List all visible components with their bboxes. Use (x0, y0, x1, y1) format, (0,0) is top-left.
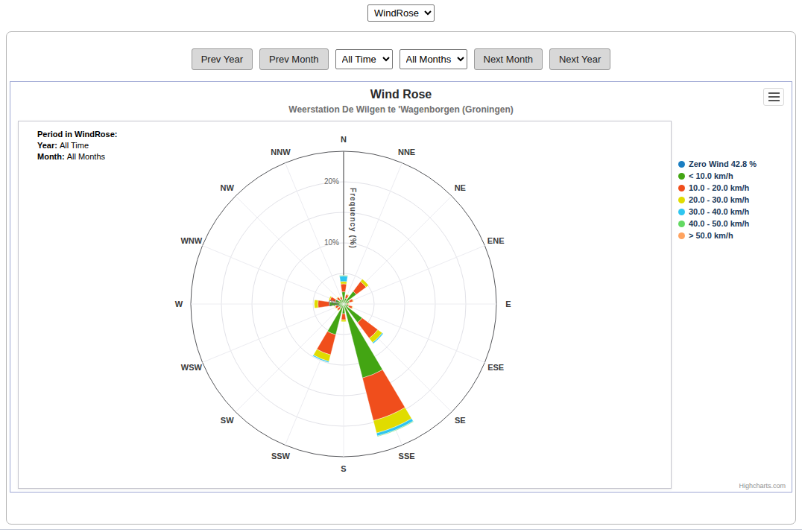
chart-title: Wind Rose (10, 88, 792, 101)
legend-item[interactable]: 20.0 - 30.0 km/h (678, 195, 801, 204)
radial-tick-label: 20% (324, 177, 339, 186)
compass-label: WNW (180, 236, 202, 245)
legend-dot-icon (678, 221, 685, 227)
compass-label: SE (455, 416, 466, 425)
windrose-petal-segment[interactable] (341, 282, 347, 285)
legend-label: 40.0 - 50.0 km/h (689, 219, 749, 228)
hamburger-menu-icon[interactable] (763, 88, 784, 106)
legend-dot-icon (678, 209, 685, 215)
windrose-petal-segment[interactable] (340, 276, 348, 282)
legend-dot-icon (678, 185, 685, 191)
compass-label: NW (221, 183, 235, 192)
chart-container: Wind Rose Weerstation De Wilgen te 'Wage… (10, 81, 792, 493)
grid-spoke (236, 196, 344, 304)
radial-tick-label: 10% (324, 238, 339, 247)
yaxis-title: Frequency (%) (349, 188, 357, 249)
compass-label: W (175, 300, 183, 308)
compass-label: NNW (271, 148, 291, 156)
main-container: Prev Year Prev Month All Time All Months… (6, 31, 796, 525)
months-select[interactable]: All Months (400, 49, 467, 69)
legend-dot-icon (678, 173, 685, 180)
legend-item[interactable]: < 10.0 km/h (678, 171, 801, 180)
period-month-line: Month:All Months (37, 151, 119, 162)
chart-type-select-wrap: WindRose (367, 4, 435, 22)
windrose-petal-segment[interactable] (347, 303, 349, 305)
toolbar: Prev Year Prev Month All Time All Months… (7, 48, 795, 70)
legend-dot-icon (678, 197, 685, 203)
compass-label: SSE (399, 452, 415, 460)
grid-spoke (344, 246, 484, 304)
period-heading: Period in WindRose: (37, 129, 119, 140)
compass-label: SW (221, 416, 234, 425)
chart-type-select[interactable]: WindRose (367, 4, 435, 22)
chart-subtitle: Weerstation De Wilgen te 'Wagenborgen (G… (10, 104, 792, 115)
legend-label: 30.0 - 40.0 km/h (689, 207, 749, 216)
compass-label: E (505, 300, 511, 308)
radial-tick-label: 0% (329, 300, 340, 308)
highcharts-credits[interactable]: Highcharts.com (739, 482, 786, 490)
period-year-line: Year:All Time (37, 140, 119, 151)
prev-month-button[interactable]: Prev Month (259, 48, 328, 70)
legend-label: Zero Wind 42.8 % (689, 159, 757, 168)
legend-dot-icon (678, 232, 685, 239)
compass-label: WSW (181, 363, 203, 372)
legend-item[interactable]: 40.0 - 50.0 km/h (678, 219, 801, 228)
legend-item[interactable]: 30.0 - 40.0 km/h (678, 207, 801, 216)
next-year-button[interactable]: Next Year (549, 48, 610, 70)
windrose-svg: 0%10%20%Frequency (%)NNNENEENEEESESESSES… (19, 121, 671, 488)
chart-legend: Zero Wind 42.8 %< 10.0 km/h10.0 - 20.0 k… (678, 159, 801, 243)
page: WindRose Prev Year Prev Month All Time A… (0, 0, 802, 532)
windrose-petal-segment[interactable] (341, 314, 346, 320)
legend-label: < 10.0 km/h (689, 171, 733, 180)
windrose-petal-segment[interactable] (341, 284, 347, 292)
legend-dot-icon (678, 161, 685, 168)
footer-divider (0, 529, 802, 530)
legend-item[interactable]: 10.0 - 20.0 km/h (678, 183, 801, 192)
legend-item[interactable]: Zero Wind 42.8 % (678, 159, 801, 168)
period-block: Period in WindRose: Year:All Time Month:… (37, 129, 119, 162)
windrose-petal-segment[interactable] (315, 300, 318, 308)
grid-spoke (203, 246, 344, 304)
legend-label: 10.0 - 20.0 km/h (689, 183, 749, 192)
next-month-button[interactable]: Next Month (474, 48, 543, 70)
compass-label: N (341, 135, 347, 144)
legend-item[interactable]: > 50.0 km/h (678, 231, 801, 240)
legend-label: > 50.0 km/h (689, 231, 733, 240)
compass-label: ESE (487, 363, 504, 372)
windrose-petal-segment[interactable] (327, 304, 344, 335)
compass-label: NNE (398, 148, 415, 156)
windrose-panel: Period in WindRose: Year:All Time Month:… (18, 121, 672, 489)
windrose-petal-segment[interactable] (348, 303, 349, 305)
compass-label: SSW (271, 452, 291, 460)
prev-year-button[interactable]: Prev Year (192, 48, 253, 70)
windrose-petal-segment[interactable] (341, 320, 347, 322)
compass-label: ENE (487, 236, 505, 245)
windrose-petal-segment[interactable] (344, 304, 382, 378)
compass-label: NE (455, 183, 466, 192)
compass-label: S (341, 464, 346, 473)
time-select[interactable]: All Time (335, 49, 393, 69)
legend-label: 20.0 - 30.0 km/h (689, 195, 749, 204)
